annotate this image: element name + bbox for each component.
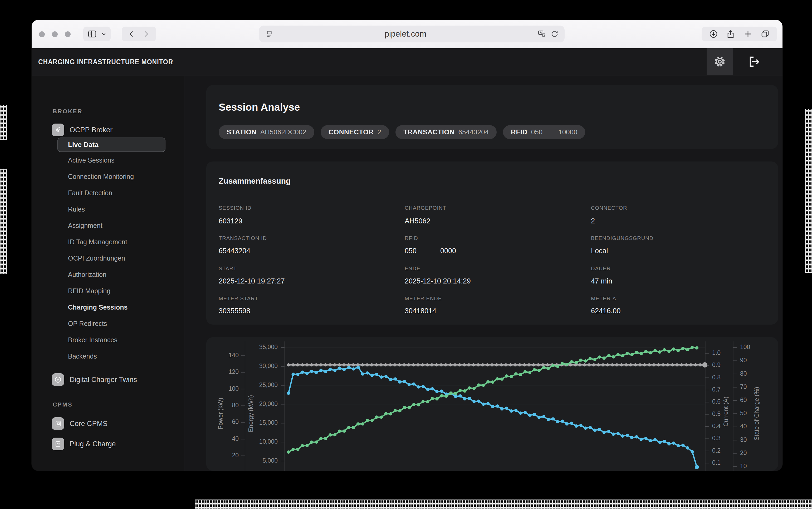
svg-text:Energy (kWh): Energy (kWh) [247,395,254,432]
chevron-down-icon [101,31,107,37]
badge-connector: CONNECTOR2 [320,125,389,139]
svg-text:5,000: 5,000 [262,457,278,464]
summary-field-value: 65443204 [219,247,250,255]
noise-strip-left-1 [0,105,7,140]
session-header-card: Session Analyse STATIONAH5062DC002CONNEC… [206,85,778,149]
badge-label: RFID [511,128,528,136]
svg-text:State of Charge (%): State of Charge (%) [753,387,760,440]
badge-label: TRANSACTION [403,128,455,136]
app-title: CHARGING INFRASTRUCTURE MONITOR [38,48,173,76]
browser-toolbar: pipelet.com [32,20,782,48]
tab-overview-icon[interactable] [760,29,770,39]
svg-text:20,000: 20,000 [259,401,278,407]
noise-strip-right [805,109,812,273]
svg-text:Power (kW): Power (kW) [217,398,224,430]
gear-icon [711,53,728,70]
svg-text:0.2: 0.2 [712,447,720,454]
logout-button[interactable] [743,48,767,75]
summary-field-value: 30355598 [219,307,250,315]
new-tab-icon[interactable] [743,29,753,39]
sidebar-item-label: OCPP Broker [70,126,112,134]
sidebar-item-ocpi-zuordnungen[interactable]: OCPI Zuordnungen [68,250,184,266]
summary-field-label: TRANSACTION ID [219,235,267,241]
reload-icon[interactable] [550,29,559,39]
summary-card: Zusammenfassung SESSION ID603129CHARGEPO… [206,162,778,325]
summary-field-label: BEENDIGUNGSGRUND [591,235,653,241]
badge-rfid: RFID05010000 [503,125,585,139]
logout-icon [746,53,763,70]
summary-field-value: 603129 [219,217,242,225]
sidebar-item-rules[interactable]: Rules [68,201,184,217]
summary-field-label: SESSION ID [219,205,251,211]
sidebar-item-backends[interactable]: Backends [68,348,184,364]
forward-button[interactable] [141,30,150,38]
share-icon[interactable] [725,29,736,39]
summary-field-value: 30418014 [405,307,436,315]
svg-text:10: 10 [740,463,747,470]
summary-field-value: 2 [591,217,595,225]
sidebar-item-assignment[interactable]: Assignment [68,217,184,234]
sidebar-section-broker: BROKER [53,108,184,115]
url-text: pipelet.com [274,29,537,39]
svg-text:30,000: 30,000 [259,363,278,369]
svg-text:0.8: 0.8 [712,374,720,381]
svg-text:60: 60 [232,418,239,425]
sidebar-item-label: Core CPMS [70,420,107,428]
close-button[interactable] [39,31,45,37]
url-field[interactable]: pipelet.com [259,26,565,42]
sidebar-item-rfid-mapping[interactable]: RFID Mapping [68,283,184,299]
sidebar-item-core-cpms[interactable]: Core CPMS [52,417,184,430]
sidebar-item-active-sessions[interactable]: Active Sessions [68,152,184,168]
badge-station: STATIONAH5062DC002 [219,125,314,139]
sidebar-item-fault-detection[interactable]: Fault Detection [68,185,184,201]
minimize-button[interactable] [52,31,58,37]
badge-value: 050 [531,128,542,136]
badge-value-2: 10000 [558,128,577,136]
svg-text:35,000: 35,000 [259,344,278,350]
badge-value: 2 [377,128,381,136]
summary-field-label: METER Δ [591,296,616,302]
svg-text:50: 50 [740,410,747,416]
svg-text:0.9: 0.9 [712,362,720,368]
sidebar-item-charging-sessions[interactable]: Charging Sessions [68,299,184,315]
translate-icon[interactable] [537,29,547,39]
sidebar-item-op-redirects[interactable]: OP Redirects [68,315,184,332]
back-button[interactable] [127,30,136,38]
summary-field-label: DAUER [591,266,611,272]
nav-buttons [122,27,156,41]
svg-text:40: 40 [740,423,747,430]
sidebar-item-plug-charge[interactable]: Plug & Charge [52,438,184,450]
svg-text:0.6: 0.6 [712,398,720,405]
svg-text:Current (A): Current (A) [722,397,729,427]
svg-text:20: 20 [232,452,239,459]
svg-text:0.1: 0.1 [712,459,720,466]
svg-text:30: 30 [740,436,747,443]
summary-field-value-2: 0000 [440,247,456,255]
summary-field-value: 0500000 [405,247,456,255]
sidebar-item-label: Live Data [68,141,99,149]
settings-button[interactable] [707,48,733,75]
browser-window: pipelet.com CHARGING INFRASTRUCTURE MONI… [32,20,782,471]
app-header: CHARGING INFRASTRUCTURE MONITOR [32,48,782,76]
sidebar-item-ocpp-broker[interactable]: OCPP Broker [52,124,184,136]
sidebar-item-digital-charger-twins[interactable]: Digital Charger Twins [52,373,184,386]
sidebar-item-broker-instances[interactable]: Broker Instances [68,332,184,348]
session-chart: 14012010080604020Power (kW)35,00030,0002… [206,337,778,471]
svg-text:0.4: 0.4 [712,422,720,430]
sidebar-item-id-tag-management[interactable]: ID Tag Management [68,234,184,250]
badge-label: STATION [227,128,257,136]
sidebar-item-authorization[interactable]: Authorization [68,266,184,283]
svg-text:60: 60 [740,397,747,403]
summary-field-value: 2025-12-10 20:14:29 [405,277,471,285]
zoom-button[interactable] [65,31,71,37]
summary-field-value: AH5062 [405,217,431,225]
compass-icon [52,373,64,386]
download-icon[interactable] [708,29,719,39]
sidebar-item-live-data[interactable]: Live Data [58,138,165,152]
toolbar-right-buttons [702,27,777,41]
sidebar-toggle-button[interactable] [83,27,111,41]
sidebar-item-connection-monitoring[interactable]: Connection Monitoring [68,168,184,185]
sidebar-nav: BROKEROCPP BrokerLive DataActive Session… [32,76,184,471]
page-format-icon[interactable] [265,30,274,38]
svg-text:90: 90 [740,357,747,364]
